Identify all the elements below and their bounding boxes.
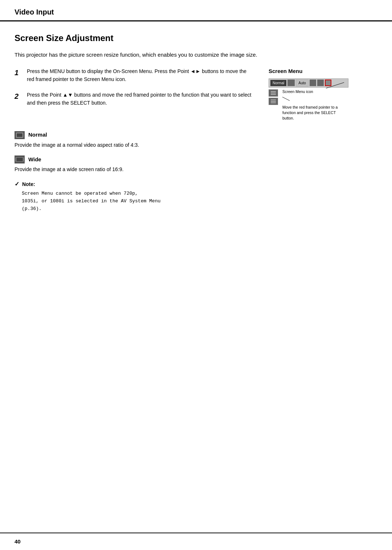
step-1-text: Press the MENU button to display the On-… bbox=[27, 67, 254, 84]
menu-bar: Normal Auto bbox=[269, 78, 348, 88]
step-1-number: 1 bbox=[15, 67, 23, 84]
note-label: Note: bbox=[22, 181, 35, 187]
screen-menu-diagram: Normal Auto bbox=[269, 78, 348, 121]
menu-icon-4-selected bbox=[325, 80, 331, 86]
auto-menu-item: Auto bbox=[296, 80, 309, 86]
wide-label: Wide bbox=[28, 155, 41, 164]
normal-menu-item: Normal bbox=[270, 80, 286, 86]
side-icon-rows bbox=[269, 89, 278, 105]
page-content: Screen Size Adjustment This projector ha… bbox=[0, 21, 392, 227]
page-header: Video Input bbox=[0, 0, 392, 21]
side-icon-1 bbox=[269, 89, 278, 97]
pointer-note: Move the red framed pointer to a functio… bbox=[282, 105, 340, 121]
wide-icon bbox=[15, 155, 25, 163]
screen-menu-label: Screen Menu bbox=[269, 67, 377, 76]
note-header: ✓ Note: bbox=[15, 180, 377, 189]
wide-feature-header: Wide bbox=[15, 155, 377, 164]
step-2-text: Press the Point ▲▼ buttons and move the … bbox=[27, 91, 254, 107]
normal-description: Provide the image at a normal video aspe… bbox=[15, 141, 377, 149]
normal-label: Normal bbox=[28, 131, 47, 139]
checkmark-icon: ✓ bbox=[15, 181, 19, 187]
note-section: ✓ Note: Screen Menu cannot be operated w… bbox=[15, 180, 377, 213]
diagram-main: Screen Menu icon Move the red framed poi… bbox=[269, 88, 348, 121]
section-title: Screen Size Adjustment bbox=[15, 32, 377, 45]
screen-menu-column: Screen Menu Normal Auto bbox=[269, 67, 377, 121]
menu-icon-2 bbox=[310, 80, 316, 86]
diagram-annotations: Screen Menu icon Move the red framed poi… bbox=[282, 89, 340, 121]
page-header-title: Video Input bbox=[15, 8, 54, 16]
side-icon-2 bbox=[269, 98, 278, 105]
svg-line-1 bbox=[282, 97, 290, 101]
two-column-layout: 1 Press the MENU button to display the O… bbox=[15, 67, 377, 121]
wide-description: Provide the image at a wide screen ratio… bbox=[15, 166, 377, 173]
normal-icon bbox=[15, 131, 25, 139]
intro-text: This projector has the picture screen re… bbox=[15, 50, 377, 59]
note-text: Screen Menu cannot be operated when 720p… bbox=[22, 190, 377, 213]
steps-column: 1 Press the MENU button to display the O… bbox=[15, 67, 254, 121]
step-2-number: 2 bbox=[15, 91, 23, 107]
wide-feature: Wide Provide the image at a wide screen … bbox=[15, 155, 377, 174]
menu-icon-1 bbox=[287, 80, 295, 86]
screen-menu-icon-label: Screen Menu icon bbox=[282, 89, 340, 95]
page-footer: 40 bbox=[0, 533, 392, 550]
step-1: 1 Press the MENU button to display the O… bbox=[15, 67, 254, 84]
normal-feature-header: Normal bbox=[15, 131, 377, 139]
normal-feature: Normal Provide the image at a normal vid… bbox=[15, 131, 377, 149]
menu-icon-3 bbox=[317, 80, 324, 86]
page-number: 40 bbox=[15, 538, 21, 546]
page-wrapper: Video Input Screen Size Adjustment This … bbox=[0, 0, 392, 550]
step-2: 2 Press the Point ▲▼ buttons and move th… bbox=[15, 91, 254, 107]
